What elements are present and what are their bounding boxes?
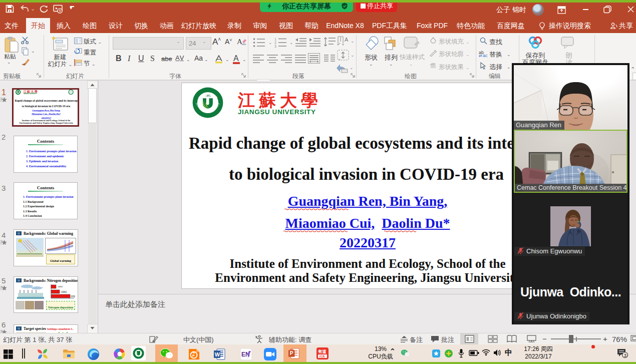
svg-text:A: A xyxy=(345,37,349,43)
svg-text:W: W xyxy=(215,351,220,357)
svg-text:有道: 有道 xyxy=(317,349,327,354)
svg-text:P: P xyxy=(290,350,293,356)
svg-text:A: A xyxy=(237,38,242,46)
svg-text:P: P xyxy=(192,354,195,357)
svg-text:词典: 词典 xyxy=(319,354,325,358)
svg-text:1: 1 xyxy=(274,38,276,41)
svg-text:⇄: ⇄ xyxy=(479,54,482,57)
svg-text:1860: 1860 xyxy=(58,285,63,288)
svg-text:3: 3 xyxy=(624,353,626,358)
svg-text:3: 3 xyxy=(274,45,276,48)
svg-text:ac: ac xyxy=(483,53,488,57)
svg-text:2: 2 xyxy=(274,41,276,45)
svg-text:2050: 2050 xyxy=(71,295,75,298)
svg-text:1993: 1993 xyxy=(61,290,67,293)
svg-text:5: 5 xyxy=(59,9,61,13)
